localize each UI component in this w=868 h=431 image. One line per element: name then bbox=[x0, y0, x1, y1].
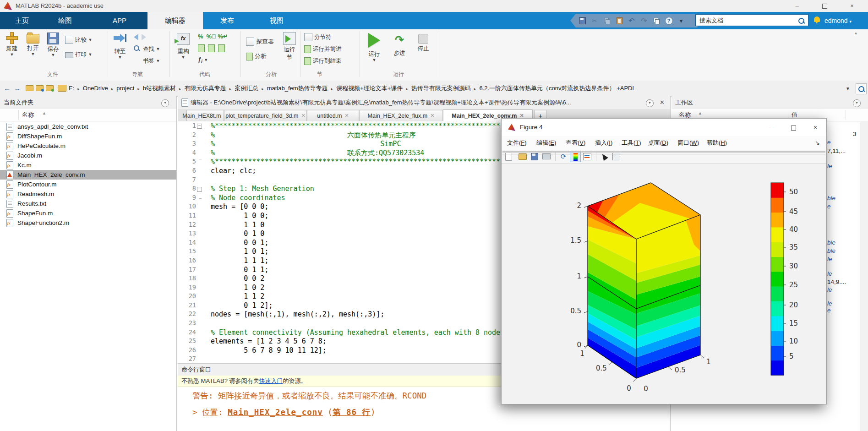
figure-menu-查看[interactable]: 查看(V) bbox=[566, 136, 585, 150]
editor-tab-untitled.m[interactable]: untitled.m✕ bbox=[307, 110, 359, 121]
editor-close-icon[interactable]: ✕ bbox=[660, 96, 665, 109]
breadcrumb-segment[interactable]: project bbox=[116, 85, 134, 92]
figure-minimize-button[interactable]: – bbox=[760, 119, 782, 136]
print-button[interactable]: 打印 ▼ bbox=[65, 49, 92, 60]
run-button[interactable]: 运行▼ bbox=[363, 31, 385, 62]
run-to-end-button[interactable]: 运行到结束 bbox=[304, 56, 342, 66]
ribbon-tab-发布[interactable]: 发布 bbox=[206, 12, 249, 29]
file-row[interactable]: Kc.m bbox=[0, 160, 176, 170]
refactor-button[interactable]: fx 重构▼ bbox=[172, 31, 194, 59]
figure-menu-文件[interactable]: 文件(F) bbox=[507, 136, 527, 150]
breadcrumb-segment[interactable]: b站视频素材 bbox=[143, 85, 176, 92]
section-break-button[interactable]: 分节符 bbox=[304, 32, 332, 42]
file-row[interactable]: ShapeFunction2.m bbox=[0, 218, 176, 228]
new-button[interactable]: 新建▼ bbox=[1, 31, 23, 56]
ribbon-tab-绘图[interactable]: 绘图 bbox=[45, 12, 85, 29]
file-row[interactable]: Results.txt bbox=[0, 199, 176, 208]
path-search-button[interactable] bbox=[856, 83, 867, 94]
tab-close-icon[interactable]: ✕ bbox=[344, 113, 349, 119]
nav-back-icon[interactable]: ← bbox=[4, 84, 11, 92]
fold-marker[interactable]: – bbox=[197, 124, 202, 129]
editor-tab-Main_HEX8t.m[interactable]: Main_HEX8t.m✕ bbox=[186, 110, 224, 121]
switch-window-icon[interactable] bbox=[651, 16, 662, 25]
navigate-back-button[interactable] bbox=[134, 32, 146, 42]
breadcrumb-segment[interactable]: 有限元仿真专题 bbox=[185, 85, 226, 92]
breadcrumb-segment[interactable]: 案例汇总 bbox=[235, 85, 258, 92]
comment-icon[interactable]: % bbox=[198, 33, 203, 40]
folder-column-header[interactable]: 名称 ▲ bbox=[0, 109, 176, 121]
figure-canvas[interactable]: 21.510.5010.5000.51 5045403530252015105 bbox=[502, 164, 826, 404]
file-row[interactable]: HePeCalculate.m bbox=[0, 141, 176, 151]
figure-titlebar[interactable]: Figure 4 – × bbox=[502, 119, 826, 136]
user-menu[interactable]: edmond ▾ bbox=[824, 12, 852, 29]
new-figure-icon[interactable] bbox=[505, 151, 516, 162]
run-section-button[interactable]: 运行 节 bbox=[278, 31, 300, 61]
save-button[interactable]: 保存▼ bbox=[42, 31, 64, 57]
refresh-folder-icon[interactable] bbox=[46, 85, 54, 91]
fold-marker[interactable]: – bbox=[197, 187, 202, 192]
figure-menu-帮助[interactable]: 帮助(H) bbox=[707, 136, 727, 150]
figure-menu-编辑[interactable]: 编辑(E) bbox=[536, 136, 556, 150]
path-dropdown-icon[interactable]: ▼ bbox=[846, 86, 850, 91]
run-advance-button[interactable]: 运行并前进 bbox=[304, 44, 342, 54]
ribbon-tab-APP[interactable]: APP bbox=[92, 12, 147, 29]
search-input[interactable]: 搜索文档 bbox=[695, 14, 808, 26]
notification-bell-icon[interactable] bbox=[814, 16, 820, 22]
find-button[interactable]: 查找 ▼ bbox=[134, 44, 160, 54]
compare-button[interactable]: 比较 ▼ bbox=[65, 35, 92, 45]
quickstart-link[interactable]: 快速入门 bbox=[259, 377, 283, 384]
step-button[interactable]: ↷ 步进 bbox=[388, 31, 410, 57]
help-icon[interactable]: ? bbox=[663, 16, 674, 25]
breadcrumb-segment[interactable]: 热传导有限元案例源码 bbox=[411, 85, 471, 92]
figure-close-button[interactable]: × bbox=[804, 119, 826, 136]
minimize-button[interactable]: – bbox=[785, 0, 809, 12]
breadcrumb[interactable]: E:▸OneDrive▸project▸b站视频素材▸有限元仿真专题▸案例汇总▸… bbox=[69, 81, 636, 96]
file-row[interactable]: DiffShapeFun.m bbox=[0, 131, 176, 141]
workspace-menu-icon[interactable]: ▾ bbox=[853, 99, 861, 107]
indent-left-icon[interactable] bbox=[218, 44, 225, 52]
analyze-button[interactable]: 分析 bbox=[246, 51, 267, 61]
collapse-ribbon-icon[interactable]: ▴ bbox=[855, 30, 857, 35]
breadcrumb-segment[interactable]: OneDrive bbox=[83, 85, 108, 92]
workspace-scrollbar[interactable] bbox=[860, 121, 868, 431]
panel-menu-icon[interactable]: ▾ bbox=[161, 99, 169, 107]
file-row[interactable]: Main_HEX_2ele_conv.m bbox=[0, 170, 176, 180]
uncomment-icon[interactable]: %⃠ bbox=[207, 33, 216, 40]
figure-menu-工具[interactable]: 工具(T) bbox=[622, 136, 641, 150]
breadcrumb-segment[interactable]: 6.2.一阶六面体传热单元（conv对流换热边界条件） +APDL bbox=[479, 85, 635, 92]
ribbon-tab-编辑器[interactable]: 编辑器 bbox=[147, 12, 203, 29]
3d-contour-plot[interactable]: 21.510.5010.5000.51 5045403530252015105 bbox=[502, 164, 826, 404]
search-icon[interactable] bbox=[798, 18, 804, 24]
indent-right-icon[interactable] bbox=[208, 44, 215, 52]
editor-menu-icon[interactable]: ▾ bbox=[646, 99, 654, 107]
quickbar-more-icon[interactable]: ▾ bbox=[676, 16, 687, 25]
file-row[interactable]: ShapeFun.m bbox=[0, 208, 176, 218]
error-file-link[interactable]: Main_HEX_2ele_conv bbox=[228, 408, 323, 417]
breadcrumb-segment[interactable]: E: bbox=[69, 85, 74, 92]
figure-maximize-button[interactable] bbox=[782, 119, 804, 136]
file-row[interactable]: Readmesh.m bbox=[0, 189, 176, 199]
paste-icon[interactable] bbox=[614, 16, 625, 25]
legend-icon[interactable] bbox=[582, 151, 593, 162]
up-folder-icon[interactable] bbox=[26, 85, 33, 91]
breadcrumb-segment[interactable]: matlab_fem热传导专题 bbox=[267, 85, 328, 92]
file-row[interactable]: Jacobi.m bbox=[0, 151, 176, 160]
editor-tab-plot_temperature_field_3d.m[interactable]: plot_temperature_field_3d.m✕ bbox=[224, 110, 307, 121]
maximize-button[interactable] bbox=[813, 0, 836, 12]
figure-menu-桌面[interactable]: 桌面(D) bbox=[648, 136, 668, 150]
nav-forward-icon[interactable]: → bbox=[14, 84, 21, 92]
profiler-button[interactable]: 探查器 bbox=[246, 37, 274, 47]
file-row[interactable]: PlotContour.m bbox=[0, 180, 176, 189]
browse-folder-icon[interactable] bbox=[36, 85, 44, 91]
tab-close-icon[interactable]: ✕ bbox=[301, 113, 305, 119]
save-icon[interactable] bbox=[577, 16, 588, 25]
ribbon-tab-视图[interactable]: 视图 bbox=[255, 12, 299, 29]
figure-menu-插入[interactable]: 插入(I) bbox=[595, 136, 612, 150]
figure-window[interactable]: Figure 4 – × ↘ 文件(F)编辑(E)查看(V)插入(I)工具(T)… bbox=[501, 118, 827, 404]
undo-icon[interactable]: ↶ bbox=[626, 16, 637, 25]
ribbon-tab-主页[interactable]: 主页 bbox=[4, 12, 40, 29]
close-button[interactable]: × bbox=[840, 0, 864, 12]
file-row[interactable]: ansys_apdl_2ele_conv.txt bbox=[0, 122, 176, 131]
bookmark-button[interactable]: 书签 ▼ bbox=[134, 56, 160, 66]
open-button[interactable]: 打开▼ bbox=[22, 31, 44, 56]
